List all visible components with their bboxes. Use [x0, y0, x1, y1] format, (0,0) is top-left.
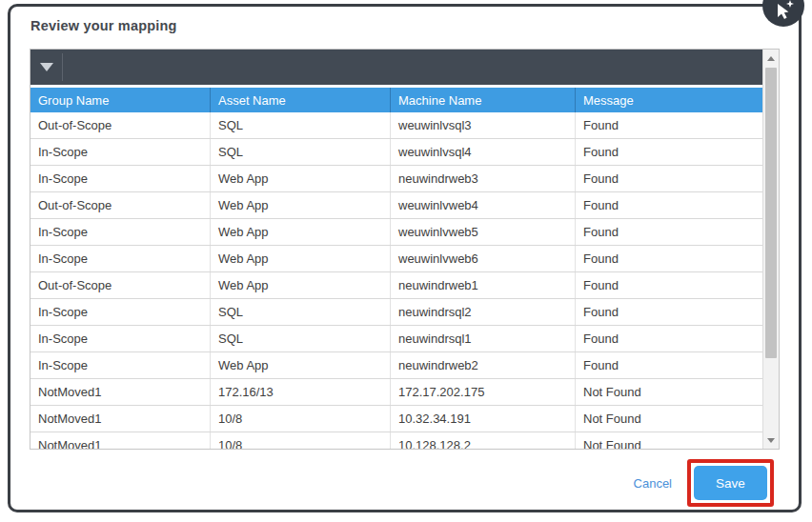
cell-group: In-Scope	[30, 352, 211, 378]
review-mapping-dialog: Review your mapping Group Name Asset Nam…	[8, 4, 802, 512]
table-row[interactable]: In-ScopeSQLneuwindrsql1Found	[30, 326, 762, 352]
cell-message: Not Found	[576, 379, 762, 405]
cell-asset: Web App	[211, 192, 391, 218]
table-row[interactable]: In-ScopeWeb Appweuwinlvweb6Found	[30, 246, 762, 272]
cell-group: NotMoved1	[30, 379, 211, 405]
cell-group: In-Scope	[30, 326, 211, 351]
cell-machine: neuwindrweb1	[391, 272, 576, 298]
cell-group: In-Scope	[30, 246, 211, 271]
cell-machine: 10.128.128.2	[391, 432, 576, 449]
cell-asset: Web App	[211, 272, 391, 298]
table-content: Group Name Asset Name Machine Name Messa…	[30, 50, 762, 449]
vertical-scrollbar[interactable]	[762, 50, 779, 449]
cell-asset: Web App	[211, 219, 391, 245]
cell-message: Found	[576, 112, 762, 138]
cell-message: Found	[576, 139, 762, 165]
chevron-down-icon	[40, 63, 53, 71]
scroll-up-arrow-icon	[767, 56, 775, 61]
scroll-down-arrow-icon	[767, 438, 775, 443]
column-header-message[interactable]: Message	[576, 88, 762, 112]
cell-group: In-Scope	[30, 139, 211, 165]
scrollbar-thumb[interactable]	[765, 68, 777, 358]
cell-machine: weuwinlvsql3	[391, 112, 576, 138]
cell-group: In-Scope	[30, 299, 211, 325]
cell-machine: neuwindrweb3	[391, 166, 576, 191]
column-header-machine-name[interactable]: Machine Name	[391, 88, 576, 112]
cell-message: Found	[576, 219, 762, 245]
column-header-asset-name[interactable]: Asset Name	[211, 88, 391, 112]
table-toolbar	[30, 50, 762, 85]
column-header-group-name[interactable]: Group Name	[30, 88, 211, 112]
cancel-button[interactable]: Cancel	[634, 476, 672, 491]
mapping-table: Group Name Asset Name Machine Name Messa…	[30, 49, 780, 450]
cell-asset: SQL	[211, 326, 391, 351]
cell-message: Found	[576, 246, 762, 271]
cell-group: Out-of-Scope	[30, 272, 211, 298]
toolbar-dropdown-button[interactable]	[30, 50, 62, 85]
cell-machine: weuwinlvweb5	[391, 219, 576, 245]
cell-machine: neuwindrsql2	[391, 299, 576, 325]
table-row[interactable]: Out-of-ScopeSQLweuwinlvsql3Found	[30, 112, 762, 139]
cell-asset: 10/8	[211, 406, 391, 432]
table-row[interactable]: In-ScopeWeb Appneuwindrweb3Found	[30, 166, 762, 192]
table-row[interactable]: In-ScopeWeb Appweuwinlvweb5Found	[30, 219, 762, 246]
cell-machine: neuwindrweb2	[391, 352, 576, 378]
table-row[interactable]: NotMoved110/810.128.128.2Not Found	[30, 432, 762, 449]
table-body: Out-of-ScopeSQLweuwinlvsql3FoundIn-Scope…	[30, 112, 762, 449]
cell-group: NotMoved1	[30, 406, 211, 432]
cell-message: Not Found	[576, 406, 762, 432]
cell-machine: 172.17.202.175	[391, 379, 576, 405]
dialog-footer: Cancel Save	[634, 459, 774, 507]
cell-machine: weuwinlvsql4	[391, 139, 576, 165]
table-row[interactable]: NotMoved1172.16/13172.17.202.175Not Foun…	[30, 379, 762, 406]
cell-machine: 10.32.34.191	[391, 406, 576, 432]
cell-message: Found	[576, 352, 762, 378]
table-header-row: Group Name Asset Name Machine Name Messa…	[30, 88, 762, 112]
table-row[interactable]: NotMoved110/810.32.34.191Not Found	[30, 406, 762, 432]
table-row[interactable]: Out-of-ScopeWeb Appneuwindrweb1Found	[30, 272, 762, 299]
table-row[interactable]: In-ScopeWeb Appneuwindrweb2Found	[30, 352, 762, 379]
cell-asset: 172.16/13	[211, 379, 391, 405]
cell-group: NotMoved1	[30, 432, 211, 449]
cell-message: Found	[576, 326, 762, 351]
cell-message: Found	[576, 192, 762, 218]
cell-group: In-Scope	[30, 166, 211, 191]
scroll-up-button[interactable]	[763, 50, 779, 66]
toolbar-separator	[62, 53, 63, 81]
cell-asset: SQL	[211, 139, 391, 165]
cell-asset: Web App	[211, 352, 391, 378]
cell-group: Out-of-Scope	[30, 192, 211, 218]
cursor-click-icon	[761, 0, 806, 29]
save-button[interactable]: Save	[694, 466, 767, 500]
cell-group: In-Scope	[30, 219, 211, 245]
cell-message: Found	[576, 299, 762, 325]
cell-asset: Web App	[211, 166, 391, 191]
scroll-down-button[interactable]	[763, 432, 779, 448]
cell-message: Found	[576, 166, 762, 191]
cell-message: Not Found	[576, 432, 762, 449]
table-row[interactable]: In-ScopeSQLweuwinlvsql4Found	[30, 139, 762, 166]
table-row[interactable]: In-ScopeSQLneuwindrsql2Found	[30, 299, 762, 326]
cell-machine: neuwindrsql1	[391, 326, 576, 351]
cell-message: Found	[576, 272, 762, 298]
cell-asset: Web App	[211, 246, 391, 271]
cell-asset: SQL	[211, 112, 391, 138]
dialog-title: Review your mapping	[30, 18, 177, 33]
cell-asset: SQL	[211, 299, 391, 325]
cell-machine: weuwinlvweb6	[391, 246, 576, 271]
cell-group: Out-of-Scope	[30, 112, 211, 138]
annotation-highlight-box: Save	[687, 459, 774, 507]
table-row[interactable]: Out-of-ScopeWeb Appweuwinlvweb4Found	[30, 192, 762, 219]
cell-asset: 10/8	[211, 432, 391, 449]
cell-machine: weuwinlvweb4	[391, 192, 576, 218]
